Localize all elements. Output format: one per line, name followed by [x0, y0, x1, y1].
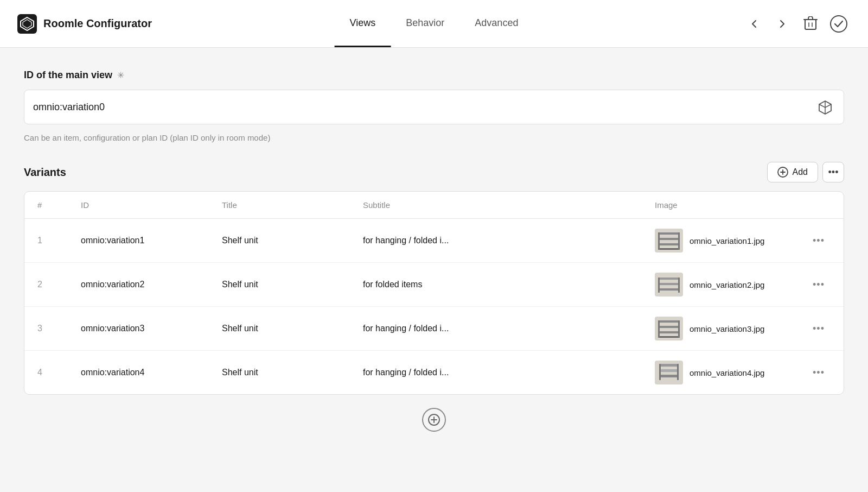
image-filename: omnio_variation2.jpg: [690, 280, 764, 289]
variants-table: # ID Title Subtitle Image 1 omnio:variat…: [24, 191, 844, 395]
trash-icon: [803, 16, 818, 31]
row-image-cell: omnio_variation1.jpg: [650, 219, 802, 262]
add-variant-button[interactable]: Add: [767, 162, 818, 182]
confirm-button[interactable]: [827, 12, 851, 36]
cube-icon-button[interactable]: [815, 97, 835, 117]
svg-rect-12: [678, 232, 680, 250]
tab-advanced[interactable]: Advanced: [459, 0, 533, 47]
tab-behavior[interactable]: Behavior: [391, 0, 459, 47]
delete-button[interactable]: [799, 12, 822, 36]
svg-rect-14: [658, 283, 680, 285]
row-title: Shelf unit: [218, 226, 359, 255]
next-button[interactable]: [770, 12, 794, 36]
col-header-num: #: [33, 192, 76, 218]
col-header-id: ID: [76, 192, 218, 218]
svg-rect-3: [805, 20, 816, 29]
main-view-input[interactable]: [33, 102, 815, 113]
checkmark-circle-icon: [829, 15, 848, 33]
row-id: omnio:variation4: [76, 358, 218, 387]
hint-text: Can be an item, configuration or plan ID…: [24, 133, 844, 142]
chevron-left-icon: [749, 18, 760, 29]
svg-rect-23: [678, 320, 680, 338]
row-num: 1: [33, 226, 76, 255]
row-more-button[interactable]: •••: [802, 313, 835, 344]
variants-title: Variants: [24, 166, 66, 179]
row-num: 4: [33, 358, 76, 387]
svg-rect-21: [658, 336, 680, 338]
image-thumbnail: [655, 229, 683, 253]
bottom-add-button[interactable]: [422, 408, 446, 432]
variants-header: Variants Add •••: [24, 162, 844, 182]
svg-rect-20: [658, 331, 680, 333]
row-image-cell: omnio_variation2.jpg: [650, 263, 802, 306]
row-title: Shelf unit: [218, 358, 359, 387]
svg-rect-26: [659, 375, 679, 377]
variants-more-button[interactable]: •••: [822, 162, 844, 182]
col-header-subtitle: Subtitle: [359, 192, 650, 218]
svg-rect-10: [658, 248, 680, 250]
row-image-cell: omnio_variation3.jpg: [650, 307, 802, 350]
svg-rect-17: [678, 277, 680, 293]
chevron-right-icon: [777, 18, 788, 29]
table-header: # ID Title Subtitle Image: [24, 192, 844, 219]
table-row: 3 omnio:variation3 Shelf unit for hangin…: [24, 307, 844, 351]
col-header-title: Title: [218, 192, 359, 218]
required-indicator: ✳: [117, 71, 124, 80]
svg-rect-22: [658, 320, 660, 338]
image-filename: omnio_variation4.jpg: [690, 368, 764, 377]
main-view-input-row: [24, 90, 844, 124]
row-more-button[interactable]: •••: [802, 269, 835, 300]
main-content: ID of the main view ✳ Can be an item, co…: [0, 48, 868, 492]
svg-rect-27: [659, 364, 661, 380]
main-view-label: ID of the main view ✳: [24, 70, 844, 81]
svg-rect-25: [659, 369, 679, 372]
svg-rect-19: [658, 326, 680, 328]
row-subtitle: for hanging / folded i...: [359, 314, 650, 343]
row-title: Shelf unit: [218, 270, 359, 299]
row-image-cell: omnio_variation4.jpg: [650, 351, 802, 394]
header-actions: [742, 12, 851, 36]
col-header-image: Image: [650, 192, 802, 218]
row-num: 2: [33, 270, 76, 299]
svg-rect-11: [658, 232, 660, 250]
shelf-thumbnail-icon: [657, 362, 681, 383]
shelf-thumbnail-icon: [657, 230, 681, 251]
plus-circle-bottom-icon: [427, 413, 441, 426]
row-num: 3: [33, 314, 76, 343]
row-title: Shelf unit: [218, 314, 359, 343]
ellipsis-icon: •••: [828, 167, 839, 178]
shelf-thumbnail-icon: [657, 318, 681, 339]
svg-rect-9: [658, 243, 680, 245]
cube-icon: [818, 99, 833, 115]
svg-point-4: [831, 16, 847, 32]
svg-rect-24: [659, 364, 679, 367]
image-filename: omnio_variation3.jpg: [690, 324, 764, 333]
row-more-button[interactable]: •••: [802, 357, 835, 388]
prev-button[interactable]: [742, 12, 766, 36]
row-subtitle: for folded items: [359, 270, 650, 299]
row-id: omnio:variation2: [76, 270, 218, 299]
table-row: 2 omnio:variation2 Shelf unit for folded…: [24, 263, 844, 307]
image-thumbnail: [655, 361, 683, 384]
table-row: 1 omnio:variation1 Shelf unit for hangin…: [24, 219, 844, 263]
app-title: Roomle Configurator: [43, 17, 152, 30]
svg-rect-13: [658, 277, 680, 280]
tab-views[interactable]: Views: [335, 0, 391, 47]
svg-rect-28: [677, 364, 679, 380]
shelf-thumbnail-icon: [657, 274, 681, 295]
col-header-actions: [802, 192, 835, 218]
row-subtitle: for hanging / folded i...: [359, 226, 650, 255]
plus-circle-icon: [777, 167, 788, 178]
app-header: Roomle Configurator Views Behavior Advan…: [0, 0, 868, 48]
row-more-button[interactable]: •••: [802, 225, 835, 256]
logo-area: Roomle Configurator: [17, 14, 152, 34]
main-nav: Views Behavior Advanced: [335, 0, 534, 47]
row-id: omnio:variation1: [76, 226, 218, 255]
image-thumbnail: [655, 273, 683, 297]
app-logo-icon: [17, 14, 37, 34]
row-subtitle: for hanging / folded i...: [359, 358, 650, 387]
svg-rect-7: [658, 232, 680, 235]
svg-rect-16: [658, 277, 660, 293]
row-id: omnio:variation3: [76, 314, 218, 343]
svg-rect-15: [658, 288, 680, 291]
